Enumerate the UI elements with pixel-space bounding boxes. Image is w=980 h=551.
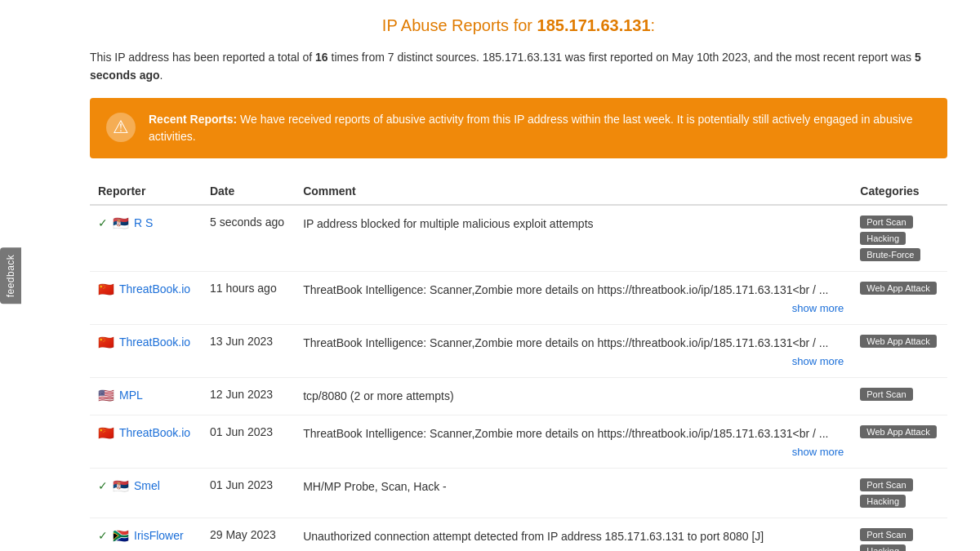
comment-text: ThreatBook Intelligence: Scanner,Zombie … (303, 282, 844, 299)
category-badge: Port Scan (860, 216, 912, 229)
reporter-link[interactable]: ThreatBook.io (119, 426, 190, 439)
alert-text: Recent Reports: We have received reports… (149, 111, 931, 145)
reporter-cell-0: ✓🇷🇸R S (90, 205, 202, 272)
reporter-cell-5: ✓🇷🇸Smel (90, 468, 202, 518)
reporter-cell-4: 🇨🇳ThreatBook.io (90, 415, 202, 468)
flag-icon: 🇿🇦 (113, 528, 129, 544)
table-header-row: Reporter Date Comment Categories (90, 178, 947, 205)
table-row: 🇺🇸MPL12 Jun 2023tcp/8080 (2 or more atte… (90, 377, 947, 415)
category-badge: Port Scan (860, 478, 912, 491)
date-cell-6: 29 May 2023 (202, 518, 295, 551)
show-more-link[interactable]: show more (303, 355, 844, 367)
col-categories: Categories (852, 178, 947, 205)
category-badge: Hacking (860, 495, 906, 508)
feedback-label[interactable]: feedback (0, 247, 21, 304)
reporter-link[interactable]: Smel (134, 479, 160, 492)
flag-icon: 🇨🇳 (98, 425, 114, 441)
flag-icon: 🇨🇳 (98, 335, 114, 350)
reporter-link[interactable]: IrisFlower (134, 529, 184, 542)
comment-text: MH/MP Probe, Scan, Hack - (303, 478, 844, 495)
alert-icon: ⚠ (106, 113, 136, 142)
reporter-link[interactable]: MPL (119, 389, 143, 402)
comment-cell-2: ThreatBook Intelligence: Scanner,Zombie … (295, 324, 852, 377)
table-row: ✓🇷🇸R S5 seconds agoIP address blocked fo… (90, 205, 947, 272)
category-badge: Port Scan (860, 528, 912, 541)
comment-text: ThreatBook Intelligence: Scanner,Zombie … (303, 425, 844, 442)
date-cell-1: 11 hours ago (202, 271, 295, 324)
reporter-link[interactable]: ThreatBook.io (119, 282, 190, 295)
categories-cell-6: Port ScanHacking (852, 518, 947, 551)
flag-icon: 🇺🇸 (98, 388, 114, 403)
category-badge: Hacking (860, 544, 906, 551)
category-badge: Port Scan (860, 388, 912, 401)
reporter-link[interactable]: ThreatBook.io (119, 335, 190, 349)
feedback-tab[interactable]: feedback (0, 247, 21, 304)
category-badge: Hacking (860, 232, 906, 245)
date-cell-0: 5 seconds ago (202, 205, 295, 272)
comment-cell-1: ThreatBook Intelligence: Scanner,Zombie … (295, 271, 852, 324)
category-badge: Web App Attack (860, 282, 936, 295)
date-cell-2: 13 Jun 2023 (202, 324, 295, 377)
category-badge: Brute-Force (860, 248, 920, 261)
recent-reports-alert: ⚠ Recent Reports: We have received repor… (90, 98, 947, 158)
categories-cell-4: Web App Attack (852, 415, 947, 468)
reporter-cell-2: 🇨🇳ThreatBook.io (90, 324, 202, 377)
date-cell-4: 01 Jun 2023 (202, 415, 295, 468)
comment-cell-4: ThreatBook Intelligence: Scanner,Zombie … (295, 415, 852, 468)
table-row: 🇨🇳ThreatBook.io01 Jun 2023ThreatBook Int… (90, 415, 947, 468)
flag-icon: 🇷🇸 (113, 216, 129, 231)
comment-text: tcp/8080 (2 or more attempts) (303, 388, 844, 405)
comment-text: IP address blocked for multiple maliciou… (303, 216, 844, 233)
categories-cell-3: Port Scan (852, 377, 947, 415)
col-comment: Comment (295, 178, 852, 205)
table-row: 🇨🇳ThreatBook.io13 Jun 2023ThreatBook Int… (90, 324, 947, 377)
date-cell-5: 01 Jun 2023 (202, 468, 295, 518)
comment-cell-5: MH/MP Probe, Scan, Hack - (295, 468, 852, 518)
show-more-link[interactable]: show more (303, 302, 844, 314)
page-title: IP Abuse Reports for 185.171.63.131: (90, 16, 947, 35)
flag-icon: 🇷🇸 (113, 478, 129, 494)
categories-cell-5: Port ScanHacking (852, 468, 947, 518)
date-cell-3: 12 Jun 2023 (202, 377, 295, 415)
reporter-cell-6: ✓🇿🇦IrisFlower (90, 518, 202, 551)
table-row: 🇨🇳ThreatBook.io11 hours agoThreatBook In… (90, 271, 947, 324)
reporter-cell-3: 🇺🇸MPL (90, 377, 202, 415)
comment-text: Unauthorized connection attempt detected… (303, 528, 844, 545)
category-badge: Web App Attack (860, 335, 936, 348)
reporter-cell-1: 🇨🇳ThreatBook.io (90, 271, 202, 324)
reports-table: Reporter Date Comment Categories ✓🇷🇸R S5… (90, 178, 947, 551)
col-reporter: Reporter (90, 178, 202, 205)
table-row: ✓🇿🇦IrisFlower29 May 2023Unauthorized con… (90, 518, 947, 551)
comment-cell-3: tcp/8080 (2 or more attempts) (295, 377, 852, 415)
verified-icon: ✓ (98, 529, 108, 542)
col-date: Date (202, 178, 295, 205)
categories-cell-0: Port ScanHackingBrute-Force (852, 205, 947, 272)
category-badge: Web App Attack (860, 425, 936, 438)
flag-icon: 🇨🇳 (98, 282, 114, 297)
verified-icon: ✓ (98, 479, 108, 492)
comment-text: ThreatBook Intelligence: Scanner,Zombie … (303, 335, 844, 352)
summary-text: This IP address has been reported a tota… (90, 48, 947, 85)
comment-cell-6: Unauthorized connection attempt detected… (295, 518, 852, 551)
categories-cell-1: Web App Attack (852, 271, 947, 324)
verified-icon: ✓ (98, 216, 108, 229)
comment-cell-0: IP address blocked for multiple maliciou… (295, 205, 852, 272)
categories-cell-2: Web App Attack (852, 324, 947, 377)
reporter-link[interactable]: R S (134, 216, 153, 229)
table-row: ✓🇷🇸Smel01 Jun 2023MH/MP Probe, Scan, Hac… (90, 468, 947, 518)
show-more-link[interactable]: show more (303, 446, 844, 458)
